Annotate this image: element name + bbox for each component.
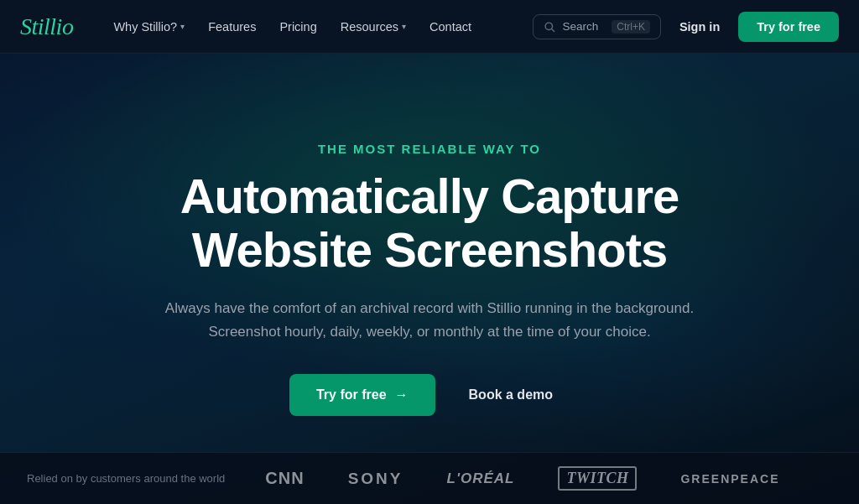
nav-try-free-button[interactable]: Try for free — [738, 12, 839, 42]
nav-right: Search Ctrl+K Sign in Try for free — [533, 12, 839, 42]
brand-sony: SONY — [348, 470, 403, 488]
chevron-down-icon: ▾ — [402, 22, 406, 31]
hero-section: THE MOST RELIABLE WAY TO Automatically C… — [0, 54, 859, 504]
trusted-label: Relied on by customers around the world — [27, 472, 225, 485]
navbar: Stillio Why Stillio? ▾ Features Pricing … — [0, 0, 859, 54]
search-placeholder: Search — [562, 20, 598, 33]
brand-logos: CNN SONY L'ORÉAL twitch GREENPEACE — [265, 466, 779, 491]
nav-pricing[interactable]: Pricing — [269, 13, 326, 40]
search-box[interactable]: Search Ctrl+K — [533, 14, 660, 39]
logo[interactable]: Stillio — [20, 13, 73, 40]
nav-why-stillio[interactable]: Why Stillio? ▾ — [103, 13, 195, 40]
brand-twitch: twitch — [558, 466, 637, 491]
signin-link[interactable]: Sign in — [671, 15, 728, 39]
nav-resources[interactable]: Resources ▾ — [331, 13, 416, 40]
hero-description: Always have the comfort of an archival r… — [161, 297, 698, 344]
brand-greenpeace: GREENPEACE — [680, 472, 779, 486]
hero-content: THE MOST RELIABLE WAY TO Automatically C… — [86, 142, 773, 416]
hero-subtitle: THE MOST RELIABLE WAY TO — [102, 142, 757, 156]
nav-features[interactable]: Features — [198, 13, 266, 40]
search-icon — [544, 21, 555, 33]
hero-title: Automatically Capture Website Screenshot… — [102, 169, 757, 277]
brand-cnn: CNN — [265, 469, 304, 488]
nav-links: Why Stillio? ▾ Features Pricing Resource… — [103, 13, 533, 40]
hero-demo-button[interactable]: Book a demo — [452, 374, 570, 416]
trusted-bar: Relied on by customers around the world … — [0, 452, 859, 504]
arrow-icon: → — [395, 387, 409, 403]
svg-point-0 — [546, 23, 553, 29]
hero-try-free-button[interactable]: Try for free → — [289, 374, 435, 416]
hero-buttons: Try for free → Book a demo — [102, 374, 757, 416]
nav-contact[interactable]: Contact — [419, 13, 482, 40]
svg-line-1 — [552, 29, 554, 31]
brand-loreal: L'ORÉAL — [447, 470, 515, 487]
search-shortcut: Ctrl+K — [612, 20, 650, 34]
chevron-down-icon: ▾ — [180, 22, 185, 31]
